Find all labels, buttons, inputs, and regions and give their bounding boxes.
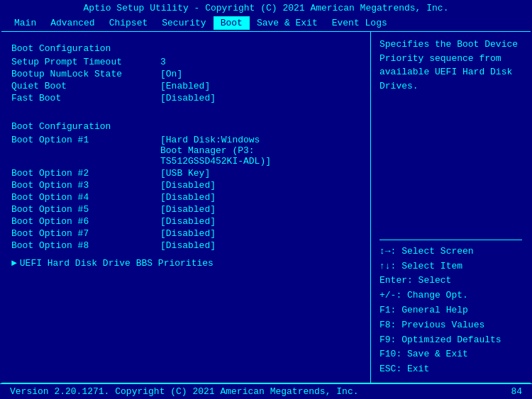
- key-desc: Optimized Defaults: [401, 335, 501, 345]
- config-row[interactable]: Setup Prompt Timeout3: [11, 57, 360, 67]
- boot-option-1-label: Boot Option #1: [11, 135, 160, 167]
- menu-item-boot[interactable]: Boot: [214, 16, 250, 30]
- menu-item-main[interactable]: Main: [7, 16, 43, 30]
- submenu-uefi-hdd[interactable]: ► UEFI Hard Disk Drive BBS Priorities: [11, 258, 360, 269]
- key-help-row: F9: Optimized Defaults: [379, 333, 522, 348]
- key-desc: Save & Exit: [407, 349, 468, 359]
- key-help-row: ESC: Exit: [379, 362, 522, 377]
- menu-item-save-and-exit[interactable]: Save & Exit: [250, 16, 325, 30]
- key-label: F9:: [379, 335, 401, 345]
- config-row[interactable]: Quiet Boot[Enabled]: [11, 81, 360, 91]
- boot-option-value: [Disabled]: [160, 204, 216, 215]
- boot-option-value: [Disabled]: [160, 192, 216, 203]
- key-label: ↕→:: [379, 246, 401, 257]
- section1-header: Boot Configuration: [11, 43, 360, 54]
- boot-option-value: [USB Key]: [160, 168, 210, 179]
- config-label: Boot Option #7: [11, 228, 160, 239]
- config-label: Boot Option #5: [11, 204, 160, 215]
- boot-option-1-line3: TS512GSSD452KI-ADL)]: [160, 156, 271, 167]
- left-panel: Boot Configuration Setup Prompt Timeout3…: [1, 32, 371, 383]
- config-value: [Enabled]: [160, 81, 210, 91]
- key-label: F8:: [379, 320, 401, 330]
- title-bar: Aptio Setup Utility - Copyright (C) 2021…: [0, 0, 532, 15]
- right-panel: Specifies the Boot Device Priority seque…: [371, 32, 531, 383]
- submenu-arrow-icon: ►: [11, 258, 17, 269]
- key-label: F10:: [379, 349, 407, 359]
- config-label: Bootup NumLock State: [11, 69, 160, 79]
- main-content: Boot Configuration Setup Prompt Timeout3…: [1, 31, 531, 383]
- config-row[interactable]: Boot Option #6[Disabled]: [11, 216, 360, 227]
- config-row[interactable]: Boot Option #5[Disabled]: [11, 204, 360, 215]
- key-desc: Exit: [407, 364, 429, 374]
- config-label: Boot Option #2: [11, 168, 160, 179]
- config-value: [Disabled]: [160, 93, 216, 103]
- rows1-container: Setup Prompt Timeout3Bootup NumLock Stat…: [11, 57, 360, 103]
- key-label: ESC:: [379, 364, 407, 374]
- rows2-container: Boot Option #2[USB Key]Boot Option #3[Di…: [11, 168, 360, 251]
- menu-item-chipset[interactable]: Chipset: [102, 16, 155, 30]
- key-help-row: ↕→: Select Screen: [379, 245, 522, 259]
- config-row[interactable]: Fast Boot[Disabled]: [11, 93, 360, 103]
- menu-bar: MainAdvancedChipsetSecurityBootSave & Ex…: [0, 15, 532, 31]
- menu-item-advanced[interactable]: Advanced: [43, 16, 101, 30]
- boot-option-1-line2: Boot Manager (P3:: [160, 145, 271, 156]
- page-number: 84: [511, 386, 522, 397]
- key-desc: Select: [419, 275, 452, 286]
- config-value: [On]: [160, 69, 182, 79]
- config-label: Quiet Boot: [11, 81, 160, 91]
- help-text: Specifies the Boot Device Priority seque…: [379, 38, 522, 237]
- key-label: Enter:: [379, 275, 419, 286]
- config-label: Boot Option #6: [11, 216, 160, 227]
- boot-option-1-line1: [Hard Disk:Windows: [160, 135, 271, 145]
- boot-option-value: [Disabled]: [160, 240, 216, 251]
- menu-item-security[interactable]: Security: [155, 16, 213, 30]
- key-desc: Previous Values: [401, 320, 484, 330]
- config-label: Fast Boot: [11, 93, 160, 103]
- boot-option-value: [Disabled]: [160, 228, 216, 239]
- status-bar: Version 2.20.1271. Copyright (C) 2021 Am…: [0, 383, 532, 399]
- menu-item-event-logs[interactable]: Event Logs: [325, 16, 394, 30]
- key-label: +/-:: [379, 290, 407, 300]
- key-desc: Select Screen: [401, 246, 473, 257]
- config-label: Boot Option #3: [11, 180, 160, 191]
- key-help-row: ↑↓: Select Item: [379, 259, 522, 274]
- boot-option-value: [Disabled]: [160, 180, 216, 191]
- version-text: Version 2.20.1271. Copyright (C) 2021 Am…: [10, 386, 358, 397]
- key-label: ↑↓:: [379, 261, 401, 271]
- boot-option-1-row[interactable]: Boot Option #1 [Hard Disk:Windows Boot M…: [11, 135, 360, 167]
- key-help-row: Enter: Select: [379, 274, 522, 288]
- config-label: Boot Option #8: [11, 240, 160, 251]
- config-row[interactable]: Boot Option #3[Disabled]: [11, 180, 360, 191]
- config-row[interactable]: Boot Option #8[Disabled]: [11, 240, 360, 251]
- config-row[interactable]: Bootup NumLock State[On]: [11, 69, 360, 79]
- key-label: F1:: [379, 305, 401, 315]
- key-desc: Select Item: [401, 261, 462, 271]
- config-value: 3: [160, 57, 166, 67]
- boot-option-value: [Disabled]: [160, 216, 216, 227]
- config-row[interactable]: Boot Option #4[Disabled]: [11, 192, 360, 203]
- config-row[interactable]: Boot Option #2[USB Key]: [11, 168, 360, 179]
- key-help-row: +/-: Change Opt.: [379, 288, 522, 303]
- submenu-label: UEFI Hard Disk Drive BBS Priorities: [20, 258, 214, 269]
- section2-header: Boot Configuration: [11, 121, 360, 132]
- key-help: ↕→: Select Screen↑↓: Select ItemEnter: S…: [379, 240, 522, 377]
- config-row[interactable]: Boot Option #7[Disabled]: [11, 228, 360, 239]
- key-help-row: F1: General Help: [379, 303, 522, 318]
- title-text: Aptio Setup Utility - Copyright (C) 2021…: [84, 3, 449, 13]
- config-label: Boot Option #4: [11, 192, 160, 203]
- key-help-row: F10: Save & Exit: [379, 347, 522, 362]
- boot-option-1-value: [Hard Disk:Windows Boot Manager (P3: TS5…: [160, 135, 271, 167]
- key-desc: General Help: [401, 305, 468, 315]
- key-help-row: F8: Previous Values: [379, 318, 522, 333]
- key-desc: Change Opt.: [407, 290, 468, 300]
- config-label: Setup Prompt Timeout: [11, 57, 160, 67]
